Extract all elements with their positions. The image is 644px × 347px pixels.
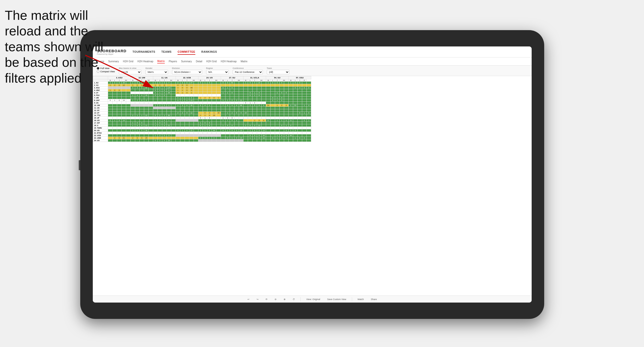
matrix-cell [216, 104, 221, 107]
sub-nav-summary2[interactable]: Summary [181, 60, 192, 63]
matrix-cell [158, 97, 162, 99]
matrix-cell [230, 94, 234, 97]
share-label: Share [371, 298, 377, 301]
matrix-cell [113, 127, 117, 129]
matrix-cell [122, 102, 126, 104]
sub-nav-h2h-grid1[interactable]: H2H Grid [123, 60, 133, 63]
matrix-cell [185, 114, 189, 117]
sub-nav-h2h-heatmap2[interactable]: H2H Heatmap [221, 60, 236, 63]
share-btn[interactable]: Share [369, 298, 378, 301]
matrix-cell: 0 [293, 129, 298, 132]
matrix-cell: 25 [122, 82, 126, 84]
sub-nav-matrix1[interactable]: Matrix [157, 59, 165, 64]
save-custom-btn[interactable]: Save Custom View [326, 298, 348, 301]
tablet-frame: SCOREBOARD Powered by clippd TOURNAMENTS… [80, 30, 544, 319]
matrix-cell [266, 107, 271, 109]
matrix-cell [293, 84, 298, 87]
matrix-cell [122, 114, 126, 117]
matrix-cell: 1 [253, 94, 257, 97]
matrix-cell [185, 137, 189, 139]
matrix-cell [244, 137, 248, 139]
matrix-cell [194, 104, 198, 107]
matrix-cell [171, 119, 176, 122]
sub-nav-players[interactable]: Players [169, 60, 177, 63]
view-original-btn[interactable]: View: Original [305, 298, 321, 301]
matrix-cell [140, 107, 144, 109]
matrix-cell [122, 104, 126, 107]
region-select[interactable]: N/A [206, 70, 229, 74]
sub-nav-h2h-heatmap1[interactable]: H2H Heatmap [137, 60, 153, 63]
matrix-cell [108, 129, 113, 132]
matrix-cell [153, 99, 158, 102]
matrix-cell [234, 82, 239, 84]
matrix-cell: 0 [162, 134, 167, 137]
matrix-cell [180, 127, 185, 129]
matrix-cell [162, 102, 167, 104]
matrix-cell [212, 94, 216, 97]
matrix-cell [126, 134, 131, 137]
matrix-cell [298, 94, 302, 97]
sub-nav-h2h-grid2[interactable]: H2H Grid [206, 60, 217, 63]
team-select[interactable]: (All) [267, 70, 289, 74]
matrix-cell [194, 94, 198, 97]
matrix-cell [149, 119, 153, 122]
matrix-cell [176, 109, 180, 112]
sub-nav-matrix2[interactable]: Matrix [241, 60, 248, 63]
matrix-cell: 0 [262, 119, 266, 122]
division-select[interactable]: NCAA Division I [172, 70, 202, 74]
zoom-out-btn[interactable]: ⊖ [273, 298, 278, 301]
matrix-cell [126, 117, 131, 119]
matrix-cell: 54 [266, 104, 271, 107]
matrix-cell: 0 [289, 104, 293, 107]
matrix-cell: 0 [203, 137, 207, 139]
matrix-cell [275, 112, 280, 114]
row-label: 21. ETSU [93, 132, 108, 134]
matrix-cell [234, 127, 239, 129]
refresh-btn[interactable]: ⟳ [264, 298, 269, 301]
matrix-cell [189, 119, 194, 122]
matrix-cell: 13 [239, 129, 244, 132]
table-row: 8. UAF01014120001015110011010 [93, 99, 311, 102]
matrix-cell [280, 127, 284, 129]
matrix-cell [144, 112, 149, 114]
row-label: 4. UNC [93, 89, 108, 92]
matrix-cell [275, 139, 280, 142]
nav-rankings[interactable]: RANKINGS [201, 49, 217, 55]
gender-select[interactable]: Men's [145, 70, 168, 74]
matrix-cell [244, 89, 248, 92]
nav-committee[interactable]: COMMITTEE [178, 49, 195, 55]
matrix-cell [280, 129, 284, 132]
zoom-in-btn[interactable]: ⊕ [282, 298, 287, 301]
matrix-cell: 2 [180, 112, 185, 114]
matrix-cell [293, 97, 298, 99]
nav-items: TOURNAMENTS TEAMS COMMITTEE RANKINGS [132, 49, 217, 55]
matrix-cell: 10 [239, 137, 244, 139]
matrix-cell [171, 132, 176, 134]
matrix-cell [230, 84, 234, 87]
matrix-cell: 0 [230, 117, 234, 119]
matrix-cell [122, 122, 126, 124]
matrix-cell: 0 [298, 82, 302, 84]
matrix-cell: 0 [140, 84, 144, 87]
timer-btn[interactable]: ⏱ [291, 298, 296, 301]
matrix-cell [122, 107, 126, 109]
sub-nav-detail[interactable]: Detail [196, 60, 202, 63]
matrix-cell: 66 [239, 104, 244, 107]
conference-select[interactable]: Pac-12 Conference [233, 70, 263, 74]
matrix-content[interactable]: 3. ASU 10. UW 11. UA 22. UCB 24. UO 27. … [93, 76, 532, 296]
matrix-cell [271, 117, 275, 119]
undo-btn[interactable]: ↩ [246, 298, 251, 301]
nav-tournaments[interactable]: TOURNAMENTS [132, 49, 155, 55]
matrix-cell [126, 124, 131, 127]
nav-teams[interactable]: TEAMS [161, 49, 172, 55]
matrix-cell [189, 114, 194, 117]
matrix-cell [180, 117, 185, 119]
matrix-cell [194, 132, 198, 134]
matrix-cell [239, 117, 244, 119]
matrix-cell [257, 89, 262, 92]
matrix-cell [140, 102, 144, 104]
watch-btn[interactable]: Watch [356, 298, 365, 301]
sh-l1: L [113, 79, 117, 82]
max-teams-select[interactable]: Top 25 [119, 70, 141, 74]
redo-btn[interactable]: ↪ [255, 298, 260, 301]
